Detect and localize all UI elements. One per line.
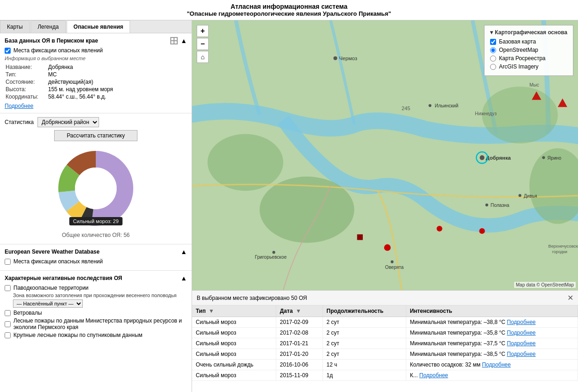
db-section: База данных ОЯ в Пермском крае ▲ Места ф… (0, 33, 192, 113)
eswd-collapse-btn[interactable]: ▲ (180, 248, 187, 255)
field-value-4: 58.44° с.ш., 56.44° в.д. (48, 93, 113, 100)
zoom-out-btn[interactable]: − (197, 38, 209, 50)
cell-type: Сильный мороз (192, 328, 276, 338)
field-value-0: Добрянка (48, 64, 113, 70)
table-row: Сильный мороз 2017-02-08 2 сут Минимальн… (192, 328, 578, 338)
svg-point-27 (391, 261, 393, 263)
svg-point-14 (429, 104, 431, 107)
cell-duration: 2 сут (323, 349, 406, 360)
tab-legend[interactable]: Легенда (31, 20, 66, 33)
svg-text:Верхнечусовские: Верхнечусовские (548, 244, 578, 249)
flood-zone-label: Зона возможного затопления при прохожден… (13, 292, 187, 298)
arcgis-radio[interactable] (490, 64, 496, 70)
header-line1: Атласная информационная система (0, 3, 578, 10)
detail-link[interactable]: Подробнее (419, 372, 448, 379)
map-layer-panel: ▾ Картографическая основа Базовая карта … (484, 25, 573, 76)
char-satellite-fire-checkbox[interactable] (5, 332, 11, 338)
cell-date: 2016-10-06 (276, 360, 323, 370)
stats-district-select[interactable]: Добрянский район (37, 117, 99, 127)
field-value-3: 155 м. над уровнем моря (48, 86, 113, 93)
table-row: Очень сильный дождь 2016-10-06 12 ч Коли… (192, 360, 578, 370)
zoom-in-btn[interactable]: + (197, 25, 209, 37)
rosreestr-radio[interactable] (490, 56, 496, 62)
close-bottom-btn[interactable]: ✕ (567, 293, 573, 302)
table-row: Сильный мороз 2017-01-21 2 сут Минимальн… (192, 338, 578, 349)
chart-container: Сильный мороз: 29 Общее количество ОЯ: 5… (5, 145, 187, 240)
char-windfall-checkbox[interactable] (5, 310, 11, 316)
table-row: Сильный мороз 2017-02-09 2 сут Минимальн… (192, 317, 578, 328)
tab-hazards[interactable]: Опасные явления (67, 20, 130, 33)
field-value-2: действующий(ая) (48, 79, 113, 85)
calc-button[interactable]: Рассчитать статистику (54, 130, 137, 141)
osm-radio[interactable] (490, 47, 496, 53)
svg-point-33 (479, 228, 485, 234)
tab-maps[interactable]: Карты (0, 20, 30, 33)
eswd-checkbox-label: Места фиксации опасных явлений (13, 258, 103, 265)
cell-intensity: Минимальная температура: –37,5 °C Подроб… (406, 338, 578, 349)
eswd-section: European Severe Weather Database ▲ Места… (0, 244, 192, 271)
cell-intensity: Минимальная температура: –38,5 °C Подроб… (406, 349, 578, 360)
db-checkbox[interactable] (5, 48, 11, 54)
db-collapse-btn[interactable]: ▲ (180, 37, 187, 44)
cell-type: Сильный мороз (192, 317, 276, 328)
field-value-1: МС (48, 71, 113, 78)
eswd-checkbox[interactable] (5, 259, 11, 265)
cell-duration: 2 сут (323, 328, 406, 338)
cell-date: 2015-11-09 (276, 370, 323, 381)
field-label-1: Тип: (6, 71, 47, 78)
char-windfall-label: Ветровалы (13, 310, 42, 316)
cell-type: Очень сильный дождь (192, 360, 276, 370)
table-container: Тип ▼ Дата ▼ Продолжительность (192, 305, 578, 392)
cell-duration: 12 ч (323, 360, 406, 370)
sort-type-icon: ▼ (209, 308, 214, 314)
cell-intensity: К... Подробнее (406, 370, 578, 381)
rosreestr-label: Карта Росреестра (499, 55, 545, 62)
svg-point-25 (273, 251, 275, 254)
char-collapse-btn[interactable]: ▲ (180, 274, 187, 282)
char-forest-fire-checkbox[interactable] (5, 321, 11, 327)
svg-text:Чермоз: Чермоз (339, 56, 357, 61)
table-icon-btn[interactable] (170, 37, 178, 44)
map-attribution: Map data © OpenStreetMap (514, 282, 576, 288)
osm-label: OpenStreetMap (499, 47, 538, 53)
col-duration: Продолжительность (323, 305, 406, 317)
cell-duration: 1д (323, 370, 406, 381)
settlement-select[interactable]: — Населённый пункт — (13, 299, 83, 308)
svg-text:Ильинский: Ильинский (435, 103, 458, 108)
svg-point-32 (436, 226, 442, 231)
svg-point-12 (334, 56, 337, 60)
svg-point-8 (207, 134, 283, 191)
char-flood-label: Паводкоопасные территории (13, 285, 88, 291)
detail-link[interactable]: Подробнее (507, 319, 535, 325)
svg-text:Оверята: Оверята (385, 265, 404, 270)
svg-point-23 (518, 194, 521, 197)
more-link[interactable]: Подробнее (5, 103, 33, 109)
svg-text:Мыс: Мыс (529, 82, 539, 87)
cell-duration: 2 сут (323, 338, 406, 349)
tab-bar: Карты Легенда Опасные явления (0, 20, 192, 33)
svg-point-21 (485, 204, 488, 206)
base-map-checkbox[interactable] (490, 39, 496, 45)
stats-label: Статистика (5, 119, 34, 125)
col-date[interactable]: Дата ▼ (276, 305, 323, 317)
svg-text:Добрянка: Добрянка (486, 155, 511, 161)
detail-link[interactable]: Подробнее (507, 340, 535, 347)
cell-date: 2017-01-20 (276, 349, 323, 360)
svg-text:245: 245 (402, 106, 410, 111)
table-row: Сильный мороз 2017-01-20 2 сут Минимальн… (192, 349, 578, 360)
detail-link[interactable]: Подробнее (507, 351, 535, 357)
detail-link[interactable]: Подробнее (507, 330, 535, 336)
cell-date: 2017-02-09 (276, 317, 323, 328)
col-type[interactable]: Тип ▼ (192, 305, 276, 317)
detail-link[interactable]: Подробнее (482, 361, 510, 368)
svg-text:Нижнедуз: Нижнедуз (475, 111, 497, 116)
char-flood-checkbox[interactable] (5, 285, 11, 291)
db-checkbox-label: Места фиксации опасных явлений (13, 47, 103, 54)
left-panel: Карты Легенда Опасные явления База данны… (0, 20, 192, 392)
cell-date: 2017-01-21 (276, 338, 323, 349)
home-btn[interactable]: ⌂ (197, 51, 209, 63)
layer-title-text: Картографическая основа (495, 29, 567, 36)
svg-point-34 (384, 244, 391, 251)
right-side: Чермоз Ильинский Добрянка Ярино Полазна … (192, 20, 578, 392)
data-table: Тип ▼ Дата ▼ Продолжительность (192, 305, 578, 381)
